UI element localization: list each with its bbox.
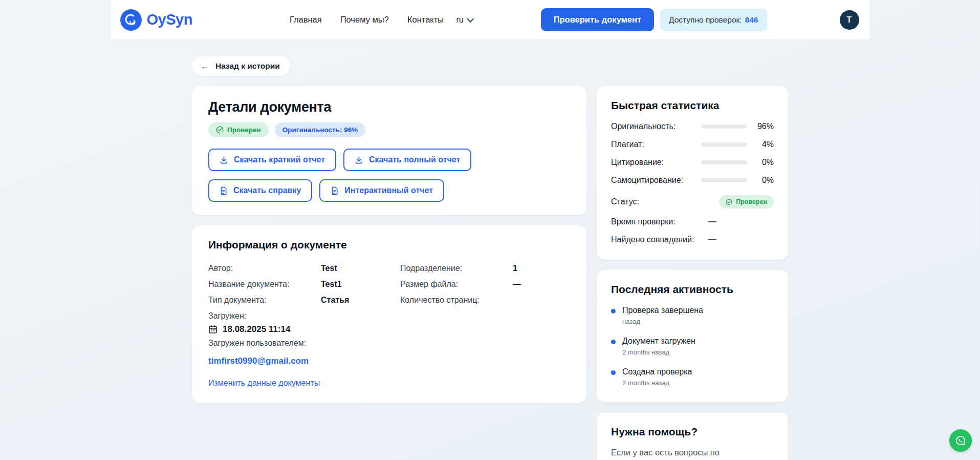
whatsapp-icon <box>954 434 967 447</box>
activity-title: Документ загружен <box>622 337 695 346</box>
recent-activity-card: Последняя активность Проверка завершена … <box>597 270 788 402</box>
stat-status-badge: Проверен <box>719 195 774 208</box>
status-badge-label: Проверен <box>227 126 261 134</box>
stat-value: — <box>708 235 716 244</box>
report-button-label: Скачать справку <box>233 186 301 195</box>
help-card-text: Если у вас есть вопросы по результатам п… <box>611 446 759 460</box>
nav-item[interactable]: Главная <box>290 15 322 25</box>
language-selector[interactable]: ru <box>456 15 471 25</box>
info-field-value: Test1 <box>321 278 342 290</box>
activity-card-title: Последняя активность <box>611 283 774 296</box>
stat-row: Плагиат: 4% <box>611 140 774 149</box>
report-button-label: Скачать полный отчет <box>369 155 460 164</box>
info-field: Размер файла: — <box>400 278 521 290</box>
stat-label: Самоцитирование: <box>611 176 701 185</box>
uploader-email-link[interactable]: timfirst0990@gmail.com <box>208 356 309 366</box>
stats-card-title: Быстрая статистика <box>611 99 774 112</box>
help-card-title: Нужна помощь? <box>611 426 774 438</box>
info-field-value: Test <box>321 262 337 275</box>
nav-item[interactable]: Почему мы? <box>340 15 389 25</box>
stat-row: Оригинальность: 96% <box>611 122 774 131</box>
activity-title: Создана проверка <box>622 367 692 377</box>
document-icon <box>331 186 339 195</box>
report-button[interactable]: Скачать полный отчет <box>343 149 471 171</box>
language-value: ru <box>456 15 463 25</box>
uploaded-by-label: Загружен пользователем: <box>208 339 570 348</box>
upload-date: 18.08.2025 11:14 <box>223 324 290 334</box>
stat-status-value: Проверен <box>736 198 767 205</box>
stat-percent: 0% <box>747 176 774 185</box>
info-field: Тип документа: Статья <box>208 294 400 306</box>
download-icon <box>220 156 228 164</box>
info-field-label: Размер файла: <box>400 278 513 290</box>
info-field: Количество страниц: <box>400 294 521 306</box>
stat-label: Цитирование: <box>611 158 701 167</box>
stat-percent: 0% <box>747 158 774 167</box>
stat-percent: 96% <box>747 122 774 131</box>
stat-value: — <box>708 217 716 226</box>
report-button-label: Скачать краткий отчет <box>234 155 325 164</box>
info-field-value: 1 <box>513 262 517 275</box>
info-field: Подразделение: 1 <box>400 262 521 275</box>
check-circle-icon <box>216 126 224 134</box>
info-field-value: Статья <box>321 294 349 306</box>
check-document-button[interactable]: Проверить документ <box>541 8 654 31</box>
activity-time: 2 months назад <box>622 348 695 356</box>
back-button-label: Назад к истории <box>215 61 280 71</box>
document-info-card: Информация о документе Автор: Test Назва… <box>192 225 586 403</box>
info-field: Автор: Test <box>208 262 400 275</box>
chevron-down-icon <box>467 15 474 22</box>
avatar[interactable]: T <box>840 10 859 30</box>
stats-extra-rows: Время проверки: — Найдено совпадений: — <box>611 217 774 244</box>
info-field: Загружен: <box>208 310 400 322</box>
info-field-label: Количество страниц: <box>400 294 513 306</box>
activity-item: Проверка завершена назад <box>611 306 774 325</box>
whatsapp-button[interactable] <box>949 429 972 452</box>
progress-bar-track <box>701 124 747 129</box>
status-badge: Проверен <box>208 122 269 137</box>
info-fields-left: Автор: Test Название документа: Test1 Ти… <box>208 262 400 322</box>
stat-label: Оригинальность: <box>611 122 701 131</box>
report-button[interactable]: Скачать справку <box>208 179 312 202</box>
activity-time: 2 months назад <box>622 379 692 387</box>
document-details-card: Детали документа Проверен Оригинальность… <box>192 86 586 215</box>
help-card: Нужна помощь? Если у вас есть вопросы по… <box>597 412 788 460</box>
activity-title: Проверка завершена <box>622 306 703 315</box>
calendar-icon <box>208 325 217 334</box>
report-buttons: Скачать краткий отчет <box>208 149 570 202</box>
stat-row: Найдено совпадений: — <box>611 235 774 244</box>
back-to-history-button[interactable]: ← Назад к истории <box>192 56 290 76</box>
report-button-label: Интерактивный отчет <box>344 186 433 195</box>
check-circle-icon <box>726 199 732 205</box>
logo-icon <box>120 9 142 31</box>
info-field-label: Название документа: <box>208 278 321 290</box>
activity-time: назад <box>622 318 703 325</box>
stat-percent: 4% <box>747 140 774 149</box>
progress-bar-track <box>701 178 747 182</box>
info-field: Название документа: Test1 <box>208 278 400 290</box>
credits-badge: Доступно проверок: 846 <box>660 9 767 31</box>
stat-row: Цитирование: 0% <box>611 158 774 167</box>
progress-bar-track <box>701 142 747 147</box>
stat-label: Плагиат: <box>611 140 701 149</box>
logo[interactable]: OySyn <box>120 9 192 31</box>
activity-item: Создана проверка 2 months назад <box>611 367 774 387</box>
info-field-label: Подразделение: <box>400 262 513 275</box>
page-title: Детали документа <box>208 99 570 115</box>
report-button[interactable]: Скачать краткий отчет <box>208 149 336 171</box>
stat-label: Найдено совпадений: <box>611 235 708 244</box>
edit-document-link[interactable]: Изменить данные документы <box>208 379 320 388</box>
stat-row: Время проверки: — <box>611 217 774 226</box>
report-button[interactable]: Интерактивный отчет <box>319 179 444 202</box>
bullet-dot-icon <box>611 370 616 375</box>
bullet-dot-icon <box>611 340 616 344</box>
info-field-label: Тип документа: <box>208 294 321 306</box>
info-field-value: — <box>513 278 521 290</box>
info-field-label: Автор: <box>208 262 321 275</box>
credits-value: 846 <box>745 15 758 25</box>
nav-item[interactable]: Контакты <box>407 15 444 25</box>
info-card-title: Информация о документе <box>208 239 570 251</box>
stat-label: Время проверки: <box>611 217 708 226</box>
activity-item: Документ загружен 2 months назад <box>611 337 774 356</box>
stat-row: Самоцитирование: 0% <box>611 176 774 185</box>
